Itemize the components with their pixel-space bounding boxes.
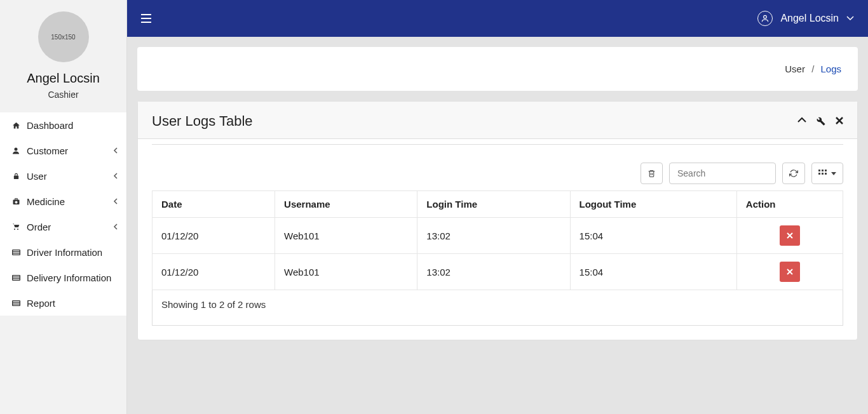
delete-row-button[interactable] bbox=[780, 262, 800, 282]
cell-login_time: 13:02 bbox=[417, 254, 570, 290]
cell-date: 01/12/20 bbox=[153, 218, 275, 254]
collapse-panel-button[interactable] bbox=[797, 117, 806, 126]
sidebar-item-report[interactable]: Report bbox=[0, 290, 126, 316]
svg-rect-6 bbox=[12, 250, 20, 255]
svg-rect-5 bbox=[15, 202, 17, 203]
svg-point-0 bbox=[15, 147, 18, 150]
sidebar-item-label: User bbox=[27, 171, 47, 182]
cell-date: 01/12/20 bbox=[153, 254, 275, 290]
svg-rect-16 bbox=[141, 18, 151, 19]
sidebar-item-dashboard[interactable]: Dashboard bbox=[0, 112, 126, 138]
chevron-left-icon bbox=[113, 147, 118, 154]
user-logs-table: DateUsernameLogin TimeLogout TimeAction … bbox=[152, 190, 843, 290]
sidebar-toggle-button[interactable] bbox=[141, 14, 151, 23]
svg-rect-1 bbox=[13, 175, 18, 179]
breadcrumb-current: Logs bbox=[820, 63, 841, 74]
paging-info: Showing 1 to 2 of 2 rows bbox=[152, 290, 843, 326]
panel-tools bbox=[797, 117, 843, 126]
close-icon bbox=[787, 269, 793, 275]
main: Angel Locsin User / Logs User Logs Table bbox=[127, 0, 868, 414]
svg-rect-9 bbox=[12, 275, 20, 280]
svg-rect-15 bbox=[141, 14, 151, 15]
panel-body: DateUsernameLogin TimeLogout TimeAction … bbox=[138, 139, 857, 340]
refresh-button[interactable] bbox=[782, 163, 805, 184]
user-avatar-icon bbox=[757, 11, 773, 26]
close-panel-button[interactable] bbox=[836, 117, 843, 126]
content: User / Logs User Logs Table bbox=[127, 37, 868, 359]
search-input[interactable] bbox=[669, 163, 776, 184]
sidebar-item-driver-information[interactable]: Driver Information bbox=[0, 239, 126, 265]
cell-login_time: 13:02 bbox=[417, 218, 570, 254]
cell-action bbox=[736, 218, 843, 254]
sidebar-item-label: Order bbox=[27, 222, 51, 232]
settings-panel-button[interactable] bbox=[817, 117, 825, 126]
sidebar: 150x150 Angel Locsin Cashier DashboardCu… bbox=[0, 0, 127, 414]
medkit-icon bbox=[11, 197, 20, 205]
profile-name: Angel Locsin bbox=[27, 71, 100, 86]
sidebar-item-medicine[interactable]: Medicine bbox=[0, 189, 126, 214]
sidebar-item-customer[interactable]: Customer bbox=[0, 138, 126, 163]
chevron-down-icon bbox=[846, 16, 854, 21]
sidebar-item-order[interactable]: Order bbox=[0, 214, 126, 239]
sidebar-item-label: Medicine bbox=[27, 196, 65, 207]
user-dropdown[interactable]: Angel Locsin bbox=[757, 11, 854, 26]
list-icon bbox=[11, 249, 20, 256]
table-header-date[interactable]: Date bbox=[153, 191, 275, 218]
sidebar-item-label: Delivery Information bbox=[27, 272, 111, 283]
topbar: Angel Locsin bbox=[127, 0, 868, 37]
grid-icon bbox=[818, 170, 827, 177]
close-icon bbox=[787, 232, 793, 239]
sidebar-item-delivery-information[interactable]: Delivery Information bbox=[0, 265, 126, 290]
list-icon bbox=[11, 300, 20, 307]
svg-rect-22 bbox=[818, 173, 820, 175]
table-header-logout-time[interactable]: Logout Time bbox=[570, 191, 736, 218]
columns-button[interactable] bbox=[811, 163, 843, 184]
breadcrumb-card: User / Logs bbox=[137, 47, 858, 91]
table-header-username[interactable]: Username bbox=[275, 191, 417, 218]
chevron-left-icon bbox=[113, 224, 118, 230]
cell-action bbox=[736, 254, 843, 290]
delete-row-button[interactable] bbox=[780, 225, 800, 246]
caret-down-icon bbox=[831, 172, 836, 175]
sidebar-item-label: Report bbox=[27, 298, 55, 309]
sidebar-item-label: Customer bbox=[27, 145, 68, 156]
svg-rect-3 bbox=[15, 199, 17, 200]
cell-logout_time: 15:04 bbox=[570, 218, 736, 254]
svg-rect-24 bbox=[825, 173, 827, 175]
svg-rect-23 bbox=[822, 173, 824, 175]
user-dropdown-name: Angel Locsin bbox=[780, 13, 839, 24]
home-icon bbox=[11, 121, 20, 130]
cell-username: Web101 bbox=[275, 218, 417, 254]
cell-logout_time: 15:04 bbox=[570, 254, 736, 290]
table-row: 01/12/20Web10113:0215:04 bbox=[153, 254, 843, 290]
panel-title: User Logs Table bbox=[152, 113, 253, 130]
user-logs-panel: User Logs Table bbox=[137, 101, 858, 340]
sidebar-nav: DashboardCustomerUserMedicineOrderDriver… bbox=[0, 112, 126, 316]
sidebar-item-label: Dashboard bbox=[27, 120, 73, 131]
svg-rect-20 bbox=[822, 170, 824, 171]
breadcrumb-parent[interactable]: User bbox=[785, 63, 805, 74]
table-row: 01/12/20Web10113:0215:04 bbox=[153, 218, 843, 254]
svg-rect-12 bbox=[12, 300, 20, 305]
list-icon bbox=[11, 274, 20, 281]
breadcrumb-separator: / bbox=[811, 63, 814, 74]
hamburger-icon bbox=[141, 14, 151, 23]
refresh-icon bbox=[789, 169, 798, 178]
svg-rect-17 bbox=[141, 22, 151, 23]
lock-icon bbox=[11, 172, 20, 180]
breadcrumb: User / Logs bbox=[785, 63, 841, 74]
sidebar-item-user[interactable]: User bbox=[0, 163, 126, 189]
trash-icon bbox=[648, 169, 656, 178]
panel-header: User Logs Table bbox=[138, 102, 857, 139]
delete-button[interactable] bbox=[641, 163, 663, 184]
avatar: 150x150 bbox=[38, 11, 89, 62]
sidebar-profile: 150x150 Angel Locsin Cashier bbox=[0, 0, 126, 112]
cell-username: Web101 bbox=[275, 254, 417, 290]
table-header-action[interactable]: Action bbox=[736, 191, 843, 218]
chevron-left-icon bbox=[113, 173, 118, 179]
cart-icon bbox=[11, 223, 20, 230]
profile-role: Cashier bbox=[48, 90, 78, 100]
chevron-left-icon bbox=[113, 198, 118, 204]
table-header-login-time[interactable]: Login Time bbox=[417, 191, 570, 218]
svg-rect-19 bbox=[818, 170, 820, 171]
